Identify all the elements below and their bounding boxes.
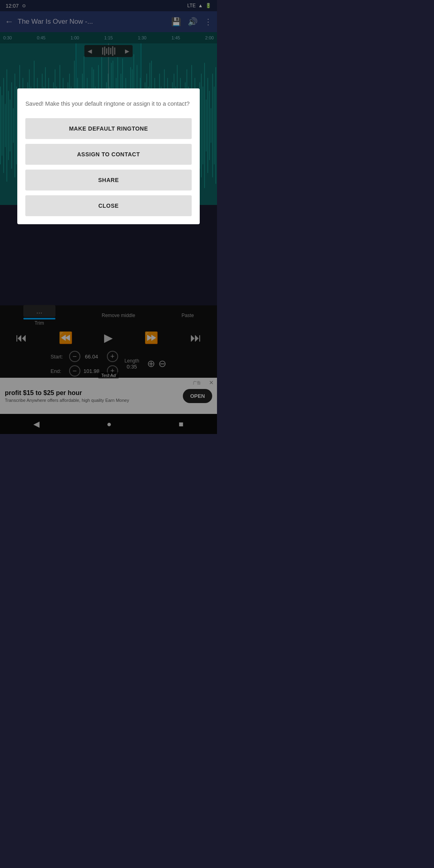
- dialog-overlay: Saved! Make this your default ringtone o…: [0, 0, 217, 434]
- share-button[interactable]: SHARE: [25, 170, 192, 190]
- close-button[interactable]: CLOSE: [25, 195, 192, 216]
- assign-to-contact-button[interactable]: ASSIGN TO CONTACT: [25, 144, 192, 165]
- dialog-message: Saved! Make this your default ringtone o…: [25, 100, 192, 108]
- dialog: Saved! Make this your default ringtone o…: [17, 88, 200, 224]
- make-default-ringtone-button[interactable]: MAKE DEFAULT RINGTONE: [25, 118, 192, 139]
